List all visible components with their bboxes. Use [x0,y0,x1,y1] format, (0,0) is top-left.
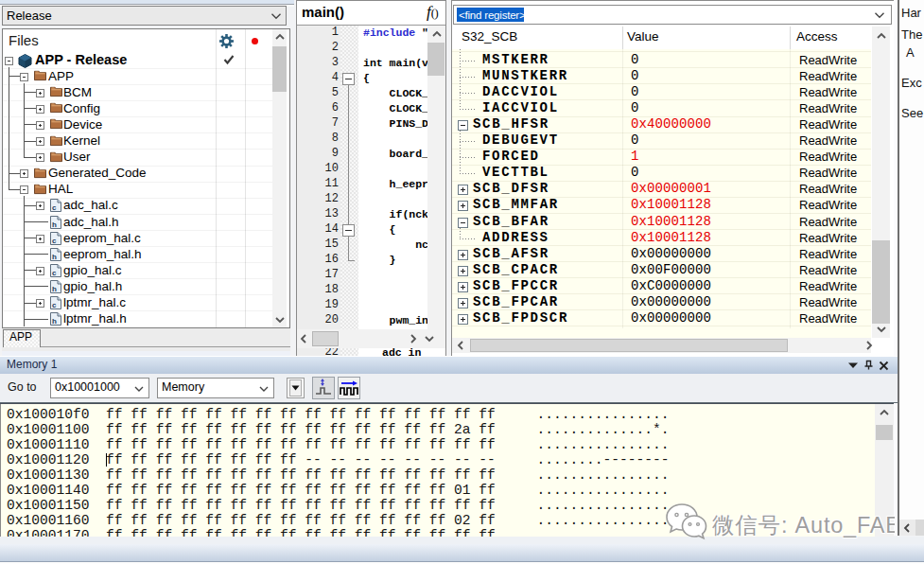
svg-text:c: c [52,203,57,212]
svg-text:h: h [52,220,57,228]
svg-text:c: c [52,268,57,276]
svg-text:c: c [52,301,57,309]
svg-text:h: h [52,284,57,292]
svg-text:c: c [52,236,57,244]
svg-text:h: h [52,317,57,326]
svg-text:h: h [52,252,57,260]
